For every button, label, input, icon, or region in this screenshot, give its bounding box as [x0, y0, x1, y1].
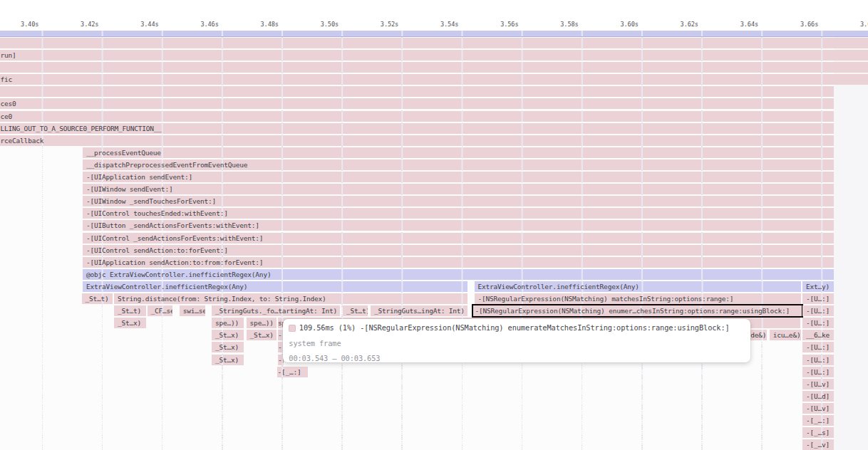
- frame-bar[interactable]: -[U…:]: [802, 318, 834, 328]
- top-stack-band[interactable]: [0, 31, 868, 37]
- timeline-ruler[interactable]: 3.40s3.42s3.44s3.46s3.48s3.50s3.52s3.54s…: [0, 0, 868, 31]
- frame-label: -[U…:]: [802, 343, 830, 351]
- frame-bar[interactable]: -[_…v]: [802, 439, 834, 450]
- frame-bar[interactable]: -[UIApplication sendEvent:]: [83, 172, 834, 182]
- frame-bar[interactable]: -[U…v]: [802, 403, 834, 414]
- outside-track-background: [834, 31, 868, 450]
- frame-bar[interactable]: -[UIApplication sendAction:to:from:forEv…: [83, 257, 834, 268]
- frame-label-tail: de&): [750, 330, 766, 340]
- frame-bar[interactable]: rceCallback: [0, 135, 834, 146]
- frame-label: -[U…:]: [802, 307, 830, 315]
- frame-bar[interactable]: -[UIButton _sendActionsForEvents:withEve…: [83, 220, 834, 231]
- ruler-label: 3.42s: [81, 21, 98, 28]
- frame-label: Ext…y): [802, 283, 830, 291]
- frame-bar[interactable]: -[U…:]: [802, 342, 834, 352]
- tooltip-title-row: 109.56ms (1%) -[NSRegularExpression(NSMa…: [289, 323, 750, 333]
- frame-label: __processEventQueue: [83, 149, 161, 157]
- frame-label: -[NSRegularExpression(NSMatching) matche…: [475, 295, 734, 303]
- frame-label: -[UIWindow sendEvent:]: [83, 185, 172, 193]
- frame-bar[interactable]: -[U…d]: [802, 391, 834, 402]
- frame-label: _St…x): [114, 319, 141, 327]
- frame-bar[interactable]: @objc ExtraViewController.inefficientReg…: [83, 269, 834, 280]
- frame-label: -[UIControl touchesEnded:withEvent:]: [83, 209, 228, 217]
- frame-label: run]: [0, 51, 16, 59]
- frame-label: [0, 39, 4, 47]
- ruler-label: 3.50s: [321, 21, 339, 28]
- frame-bar[interactable]: _StringGuts._fo…tartingAt: Int): [212, 305, 340, 316]
- frame-bar[interactable]: [0, 86, 834, 97]
- frame-label: -[_…:]: [802, 417, 830, 424]
- frame-bar[interactable]: run]: [0, 50, 868, 61]
- frame-bar[interactable]: _St…t): [82, 293, 113, 304]
- instruments-flame-chart-view: { "colors": { "pink": "#ebd2d6", "lav": …: [0, 0, 868, 450]
- frame-label: -[UIApplication sendEvent:]: [83, 173, 192, 181]
- frame-label: -[U…:]: [802, 319, 830, 327]
- ruler-label: 3.52s: [381, 21, 398, 28]
- selected-frame-bar[interactable]: -[NSRegularExpression(NSMatching) enumer…: [472, 304, 803, 318]
- frame-bar[interactable]: _St…x): [212, 330, 244, 340]
- frame-bar[interactable]: -[_…:]: [802, 415, 834, 426]
- tooltip-time-range: 00:03.543 — 00:03.653: [289, 354, 750, 362]
- frame-bar[interactable]: -[UIWindow _sendTouchesForEvent:]: [83, 196, 834, 206]
- frame-bar[interactable]: ces0: [0, 98, 834, 109]
- ruler-label: 3.48s: [261, 21, 279, 28]
- flame-chart[interactable]: run]ficces0ce0LLING_OUT_TO_A_SOURCE0_PER…: [0, 31, 868, 450]
- frame-label: -[U…d]: [802, 392, 830, 400]
- frame-bar[interactable]: -[U…:]: [802, 293, 834, 304]
- frame-bar[interactable]: -[U…:]: [802, 355, 834, 365]
- frame-label: _St…t): [114, 307, 141, 315]
- frame-bar[interactable]: -[UIControl touchesEnded:withEvent:]: [83, 208, 834, 219]
- frame-bar[interactable]: [0, 38, 868, 48]
- frame-label: spe…)): [247, 319, 274, 327]
- frame-bar[interactable]: -[_…s]: [802, 427, 834, 438]
- ruler-label: 3.46s: [200, 21, 218, 28]
- frame-bar[interactable]: spe…)): [212, 318, 244, 328]
- frame-label: @objc ExtraViewController.inefficientReg…: [83, 271, 271, 278]
- frame-bar[interactable]: ExtraViewController.inefficientRegex(Any…: [475, 281, 801, 292]
- frame-label: LLING_OUT_TO_A_SOURCE0_PERFORM_FUNCTION_…: [0, 125, 162, 132]
- frame-bar[interactable]: swi…se: [180, 305, 205, 316]
- frame-bar[interactable]: fic: [0, 74, 868, 85]
- frame-label: [0, 88, 4, 95]
- tooltip-frame-kind: system frame: [289, 339, 750, 348]
- frame-bar[interactable]: _St…x): [247, 330, 277, 340]
- frame-bar[interactable]: String.distance(from: String.Index, to: …: [114, 293, 467, 304]
- frame-bar[interactable]: LLING_OUT_TO_A_SOURCE0_PERFORM_FUNCTION_…: [0, 123, 834, 134]
- ruler-label: 3.60s: [620, 21, 638, 28]
- frame-bar[interactable]: -[NSRegularExpression(NSMatching) matche…: [475, 293, 801, 304]
- frame-bar[interactable]: _St…x): [212, 355, 244, 365]
- frame-bar[interactable]: _St…x): [114, 318, 146, 328]
- frame-bar[interactable]: -[UIWindow sendEvent:]: [83, 184, 834, 194]
- frame-bar[interactable]: __processEventQueue: [83, 147, 834, 158]
- frame-bar[interactable]: __6…ke: [802, 330, 834, 340]
- frame-bar[interactable]: _St…x): [212, 342, 244, 352]
- tooltip-color-swatch: [289, 325, 296, 332]
- frame-bar[interactable]: _St…t): [343, 305, 368, 316]
- frame-label: swi…se: [180, 307, 205, 315]
- frame-bar[interactable]: icu…e&): [770, 330, 801, 340]
- frame-label: _St…t): [343, 307, 368, 315]
- frame-label: ce0: [0, 112, 12, 120]
- frame-label: fic: [0, 75, 12, 83]
- frame-bar[interactable]: spe…)): [247, 318, 277, 328]
- frame-bar[interactable]: -[UIControl sendAction:to:forEvent:]: [83, 245, 834, 256]
- frame-bar[interactable]: ExtraViewController.inefficientRegex(Any…: [83, 281, 467, 292]
- tooltip: 109.56ms (1%) -[NSRegularExpression(NSMa…: [283, 319, 750, 363]
- frame-bar[interactable]: _StringGuts…ingAt: Int): [371, 305, 467, 316]
- frame-bar[interactable]: ce0: [0, 111, 834, 122]
- frame-bar[interactable]: -[U…v]: [802, 379, 834, 389]
- frame-bar[interactable]: -[UIControl _sendActionsForEvents:withEv…: [83, 233, 834, 244]
- tooltip-title: 109.56ms (1%) -[NSRegularExpression(NSMa…: [299, 323, 730, 333]
- frame-label: -[UIButton _sendActionsForEvents:withEve…: [83, 221, 259, 229]
- frame-bar[interactable]: -[_…:]: [277, 367, 308, 377]
- frame-label: -[NSRegularExpression(NSMatching) enumer…: [473, 307, 790, 315]
- frame-label: -[_…s]: [802, 429, 830, 436]
- frame-bar[interactable]: Ext…y): [802, 281, 834, 292]
- frame-label: ExtraViewController.inefficientRegex(Any…: [475, 283, 639, 291]
- frame-bar[interactable]: _CF…se: [148, 305, 173, 316]
- frame-bar[interactable]: [0, 62, 868, 73]
- frame-bar[interactable]: -[U…:]: [802, 367, 834, 377]
- frame-bar[interactable]: _St…t): [114, 305, 146, 316]
- frame-bar[interactable]: __dispatchPreprocessedEventFromEventQueu…: [83, 159, 834, 170]
- frame-bar[interactable]: -[U…:]: [802, 305, 834, 316]
